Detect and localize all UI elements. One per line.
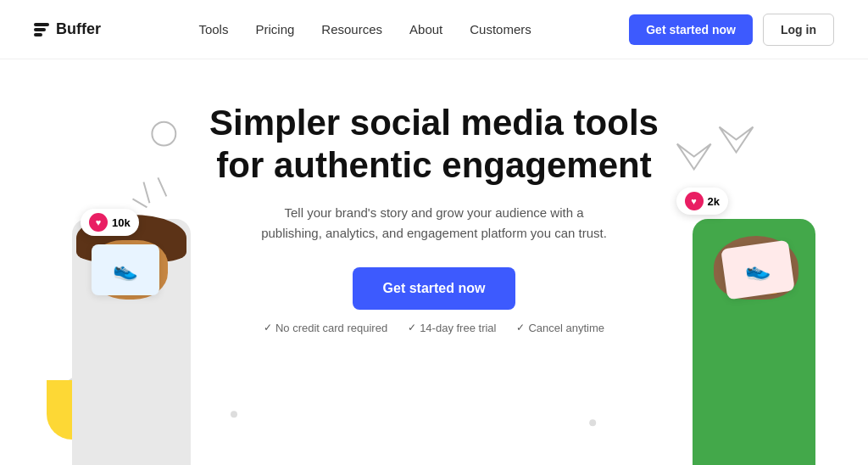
yellow-decoration xyxy=(47,380,89,440)
check-icon: ✓ xyxy=(264,322,272,333)
hero-section: Simpler social media tools for authentic… xyxy=(0,59,868,334)
perk-free-trial: ✓ 14-day free trial xyxy=(408,322,496,334)
nav-item-resources[interactable]: Resources xyxy=(321,22,382,37)
svg-point-7 xyxy=(231,411,237,417)
hero-cta-button[interactable]: Get started now xyxy=(353,267,516,310)
navbar: Buffer Tools Pricing Resources About Cus… xyxy=(0,0,868,59)
nav-links: Tools Pricing Resources About Customers xyxy=(198,22,531,37)
nav-login-button[interactable]: Log in xyxy=(763,14,834,46)
hero-perks: ✓ No credit card required ✓ 14-day free … xyxy=(264,322,604,334)
brand-name: Buffer xyxy=(56,20,101,38)
nav-item-pricing[interactable]: Pricing xyxy=(255,22,294,37)
brand-logo[interactable]: Buffer xyxy=(34,20,101,38)
nav-item-tools[interactable]: Tools xyxy=(198,22,228,37)
nav-item-about[interactable]: About xyxy=(409,22,442,37)
svg-point-8 xyxy=(589,419,596,426)
nav-item-customers[interactable]: Customers xyxy=(470,22,531,37)
nav-get-started-button[interactable]: Get started now xyxy=(629,14,753,45)
hero-title: Simpler social media tools for authentic… xyxy=(209,102,659,188)
perk-cancel-anytime: ✓ Cancel anytime xyxy=(516,322,604,334)
check-icon: ✓ xyxy=(408,322,416,333)
perk-no-credit-card: ✓ No credit card required xyxy=(264,322,387,334)
nav-actions: Get started now Log in xyxy=(629,14,834,46)
hero-subtitle: Tell your brand's story and grow your au… xyxy=(256,203,612,244)
buffer-logo-icon xyxy=(34,23,49,36)
check-icon: ✓ xyxy=(516,322,525,333)
